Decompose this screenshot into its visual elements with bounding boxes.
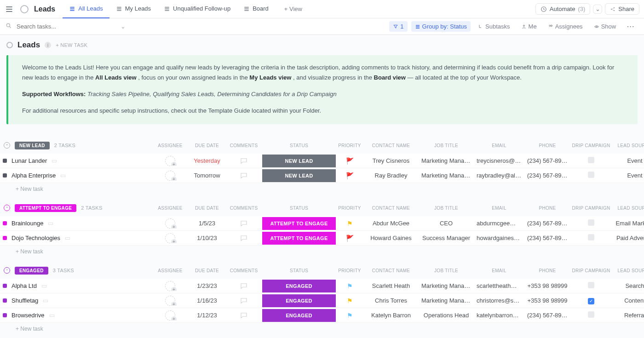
share-button[interactable]: Share (605, 3, 639, 15)
drip-checkbox[interactable] (570, 311, 612, 319)
assignee-add-icon[interactable] (165, 310, 175, 321)
add-view-button[interactable]: + View (278, 6, 309, 12)
comments-icon[interactable] (225, 282, 262, 290)
subtask-icon[interactable]: ▭ (52, 157, 57, 164)
column-header[interactable]: COMMENTS (225, 206, 262, 211)
subtask-icon[interactable]: ▭ (48, 220, 53, 227)
column-header[interactable]: LEAD SOURCE (612, 206, 644, 211)
priority-flag-icon[interactable]: 🚩 (336, 235, 363, 242)
menu-icon[interactable] (5, 5, 15, 14)
column-header[interactable]: PHONE (524, 268, 570, 273)
me-chip[interactable]: Me (518, 21, 540, 32)
new-task-button[interactable]: + New task (0, 183, 644, 192)
collapse-icon[interactable] (4, 205, 10, 211)
assignee-add-icon[interactable] (165, 281, 175, 291)
drip-checkbox[interactable] (570, 282, 612, 290)
column-header[interactable]: PRIORITY (336, 206, 363, 211)
comments-icon[interactable] (225, 172, 262, 180)
due-date[interactable]: 1/5/23 (189, 220, 225, 227)
due-date[interactable]: 1/10/23 (189, 235, 225, 241)
assignees-chip[interactable]: Assignees (544, 21, 586, 32)
table-row[interactable]: Shuffletag▭1/16/23ENGAGED⚑Chris TorresMa… (0, 293, 644, 308)
comments-icon[interactable] (225, 234, 262, 242)
column-header[interactable]: CONTACT NAME (363, 268, 419, 273)
subtask-icon[interactable]: ▭ (49, 312, 55, 319)
column-header[interactable]: EMAIL (474, 206, 524, 211)
comments-icon[interactable] (225, 157, 262, 165)
drip-checkbox[interactable]: ✓ (570, 297, 612, 304)
column-header[interactable]: JOB TITLE (419, 268, 474, 273)
new-task-button[interactable]: + New task (0, 323, 644, 332)
column-header[interactable]: DUE DATE (189, 206, 225, 211)
column-header[interactable]: LEAD SOURCE (612, 143, 644, 148)
column-header[interactable]: DRIP CAMPAIGN (570, 143, 612, 148)
column-header[interactable]: CONTACT NAME (363, 143, 419, 148)
column-header[interactable]: PRIORITY (336, 268, 363, 273)
column-header[interactable]: ASSIGNEE (152, 206, 189, 211)
status-badge[interactable]: ENGAGED (262, 280, 336, 292)
group-by-chip[interactable]: Group by: Status (411, 21, 471, 32)
status-badge[interactable]: NEW LEAD (262, 169, 336, 182)
column-header[interactable]: DUE DATE (189, 268, 225, 273)
column-header[interactable]: CONTACT NAME (363, 206, 419, 211)
new-task-button[interactable]: + NEW TASK (56, 42, 87, 48)
due-date[interactable]: 1/12/23 (189, 312, 225, 319)
assignee-add-icon[interactable] (165, 171, 175, 181)
drip-checkbox[interactable] (570, 219, 612, 227)
assignee-add-icon[interactable] (165, 156, 175, 166)
column-header[interactable]: STATUS (262, 206, 336, 211)
due-date[interactable]: 1/16/23 (189, 297, 225, 304)
column-header[interactable]: JOB TITLE (419, 143, 474, 148)
table-row[interactable]: Brainlounge▭1/5/23ATTEMPT TO ENGAGE⚑Abdu… (0, 216, 644, 231)
tab-all-leads[interactable]: All Leads (63, 0, 109, 18)
search-dropdown-icon[interactable]: ⌄ (121, 23, 126, 30)
tab-unqualified-follow-up[interactable]: Unqualified Follow-up (157, 0, 237, 18)
status-badge[interactable]: NEW LEAD (262, 155, 336, 167)
table-row[interactable]: Alpha Ltd▭1/23/23ENGAGED⚑Scarlett HeathM… (0, 279, 644, 293)
status-badge[interactable]: ATTEMPT TO ENGAGE (262, 232, 336, 245)
status-group-label[interactable]: NEW LEAD (15, 142, 50, 149)
column-header[interactable]: COMMENTS (225, 268, 262, 273)
due-date[interactable]: 1/23/23 (189, 282, 225, 289)
column-header[interactable]: PRIORITY (336, 143, 363, 148)
comments-icon[interactable] (225, 297, 262, 305)
subtask-icon[interactable]: ▭ (41, 282, 47, 289)
automate-more-button[interactable]: ⌄ (593, 5, 602, 14)
priority-flag-icon[interactable]: ⚑ (336, 282, 363, 290)
column-header[interactable]: EMAIL (474, 268, 524, 273)
priority-flag-icon[interactable]: ⚑ (336, 312, 363, 319)
subtasks-chip[interactable]: Subtasks (474, 21, 513, 32)
table-row[interactable]: Lunar Lander▭YesterdayNEW LEAD🚩Trey Cisn… (0, 154, 644, 168)
status-badge[interactable]: ENGAGED (262, 294, 336, 307)
column-header[interactable]: PHONE (524, 143, 570, 148)
comments-icon[interactable] (225, 219, 262, 228)
column-header[interactable]: JOB TITLE (419, 206, 474, 211)
status-badge[interactable]: ENGAGED (262, 309, 336, 322)
priority-flag-icon[interactable]: ⚑ (336, 297, 363, 304)
status-group-label[interactable]: ENGAGED (15, 267, 48, 275)
assignee-add-icon[interactable] (165, 218, 175, 229)
new-task-button[interactable]: + New task (0, 246, 644, 255)
column-header[interactable]: EMAIL (474, 143, 524, 148)
priority-flag-icon[interactable]: 🚩 (336, 172, 363, 179)
search-input[interactable] (16, 23, 117, 30)
table-row[interactable]: Dojo Technologies▭1/10/23ATTEMPT TO ENGA… (0, 231, 644, 246)
table-row[interactable]: Browsedrive▭1/12/23ENGAGED⚑Katelyn Barro… (0, 308, 644, 323)
due-date[interactable]: Yesterday (189, 157, 225, 164)
drip-checkbox[interactable] (570, 172, 612, 179)
collapse-icon[interactable] (4, 142, 10, 149)
column-header[interactable]: DUE DATE (189, 143, 225, 148)
column-header[interactable]: DRIP CAMPAIGN (570, 268, 612, 273)
subtask-icon[interactable]: ▭ (65, 235, 70, 241)
column-header[interactable]: ASSIGNEE (152, 268, 189, 273)
status-badge[interactable]: ATTEMPT TO ENGAGE (262, 217, 336, 230)
priority-flag-icon[interactable]: ⚑ (336, 220, 363, 227)
status-group-label[interactable]: ATTEMPT TO ENGAGE (15, 204, 76, 212)
assignee-add-icon[interactable] (165, 296, 175, 306)
drip-checkbox[interactable] (570, 234, 612, 242)
comments-icon[interactable] (225, 311, 262, 320)
due-date[interactable]: Tomorrow (189, 172, 225, 179)
more-icon[interactable]: ··· (623, 23, 638, 30)
tab-board[interactable]: Board (237, 0, 275, 18)
automate-button[interactable]: Automate (3) (535, 3, 591, 15)
